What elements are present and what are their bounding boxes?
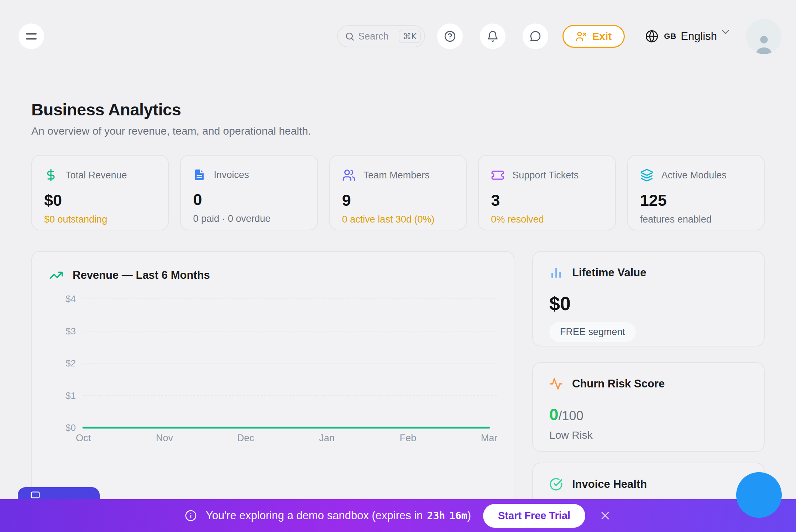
stat-sub: 0% resolved: [491, 214, 603, 225]
page-subtitle: An overview of your revenue, team, and o…: [31, 125, 765, 137]
menu-button[interactable]: [19, 24, 44, 49]
stat-value: 9: [342, 191, 454, 210]
stat-sub: $0 outstanding: [44, 214, 156, 225]
main-content: Business Analytics An overview of your r…: [0, 100, 796, 532]
stat-label: Invoices: [214, 169, 249, 181]
activity-icon: [549, 377, 563, 391]
churn-level: Low Risk: [549, 429, 748, 441]
layers-icon: [640, 168, 654, 182]
message-bubble-icon: [529, 30, 542, 43]
x-tick: Nov: [156, 433, 173, 444]
churn-denominator: /100: [559, 408, 583, 423]
stat-sub: features enabled: [640, 214, 752, 225]
stat-card-total-revenue: Total Revenue $0 $0 outstanding: [31, 155, 169, 230]
close-icon: [599, 509, 612, 522]
banner-message: You're exploring a demo sandbox (expires…: [206, 509, 471, 522]
lifetime-value-card: Lifetime Value $0 FREE segment: [532, 251, 765, 346]
x-tick: Mar: [481, 433, 498, 444]
chart-x-axis: OctNovDecJanFebMar: [83, 433, 489, 445]
demo-banner: You're exploring a demo sandbox (expires…: [0, 499, 796, 532]
invoice-file-icon: [193, 168, 206, 181]
dollar-sign-icon: [44, 168, 58, 182]
card-title: Churn Risk Score: [572, 377, 665, 390]
churn-risk-card: Churn Risk Score 0/100 Low Risk: [532, 362, 765, 452]
stat-sub: 0 active last 30d (0%): [342, 214, 454, 225]
exit-label: Exit: [592, 30, 612, 42]
chart-plot: $4$3$2$1$0: [49, 299, 497, 428]
help-icon: [444, 30, 456, 43]
x-tick: Jan: [319, 433, 335, 444]
ticket-icon: [491, 168, 504, 182]
bell-icon: [486, 30, 499, 43]
help-button[interactable]: [437, 24, 463, 49]
check-circle-icon: [549, 478, 563, 491]
stat-value: 125: [640, 191, 752, 210]
page-title: Business Analytics: [31, 100, 765, 119]
chevron-down-icon: [720, 26, 731, 38]
stat-value: $0: [44, 191, 156, 210]
banner-hours: 23h: [427, 510, 445, 522]
user-silhouette-icon: [753, 33, 775, 54]
chart-title: Revenue — Last 6 Months: [73, 269, 210, 282]
globe-icon: [645, 29, 659, 43]
stats-row: Total Revenue $0 $0 outstanding Invoices…: [31, 155, 765, 230]
stat-label: Total Revenue: [66, 170, 127, 181]
chat-button[interactable]: [523, 24, 548, 49]
stat-card-support-tickets: Support Tickets 3 0% resolved: [478, 155, 616, 230]
card-title: Lifetime Value: [572, 266, 646, 279]
stat-label: Support Tickets: [512, 170, 578, 181]
x-tick: Oct: [76, 433, 91, 444]
top-bar: ⌘K Exit GB Eng: [0, 0, 796, 54]
notifications-button[interactable]: [480, 24, 506, 49]
users-icon: [342, 168, 356, 182]
avatar[interactable]: [746, 19, 782, 54]
segment-badge: FREE segment: [549, 322, 636, 342]
stat-label: Team Members: [363, 170, 430, 181]
language-selector[interactable]: GB English: [645, 29, 731, 43]
stat-value: 3: [491, 191, 603, 210]
stat-card-active-modules: Active Modules 125 features enabled: [627, 155, 765, 230]
banner-close-button[interactable]: [599, 509, 612, 522]
banner-minutes: 16m: [449, 510, 467, 522]
lifetime-value: $0: [549, 292, 748, 314]
exit-button[interactable]: Exit: [562, 25, 625, 48]
x-tick: Dec: [237, 433, 254, 444]
search-shortcut-badge: ⌘K: [399, 30, 421, 43]
bar-chart-icon: [549, 266, 563, 280]
trending-up-icon: [49, 268, 63, 282]
x-tick: Feb: [400, 433, 417, 444]
stat-label: Active Modules: [661, 170, 727, 181]
search-box[interactable]: ⌘K: [337, 25, 425, 47]
stat-value: 0: [193, 191, 305, 209]
stat-sub: 0 paid · 0 overdue: [193, 213, 305, 224]
card-title: Invoice Health: [572, 478, 647, 491]
stat-card-team-members: Team Members 9 0 active last 30d (0%): [329, 155, 467, 230]
side-cards-column: Lifetime Value $0 FREE segment Churn Ris…: [532, 251, 765, 532]
language-code: GB: [664, 32, 676, 41]
search-icon: [345, 32, 355, 41]
info-icon: [184, 509, 197, 522]
search-input[interactable]: [358, 31, 395, 42]
analytics-row: Revenue — Last 6 Months $4$3$2$1$0 OctNo…: [31, 251, 765, 532]
top-bar-actions: ⌘K Exit GB Eng: [337, 19, 782, 54]
language-label: English: [681, 30, 717, 43]
churn-score: 0/100: [549, 405, 748, 424]
user-x-icon: [576, 31, 587, 42]
stat-card-invoices: Invoices 0 0 paid · 0 overdue: [180, 155, 318, 230]
start-free-trial-button[interactable]: Start Free Trial: [483, 504, 585, 528]
chat-widget-button[interactable]: [736, 472, 782, 518]
revenue-line: [83, 299, 489, 428]
revenue-chart-card: Revenue — Last 6 Months $4$3$2$1$0 OctNo…: [31, 251, 514, 532]
